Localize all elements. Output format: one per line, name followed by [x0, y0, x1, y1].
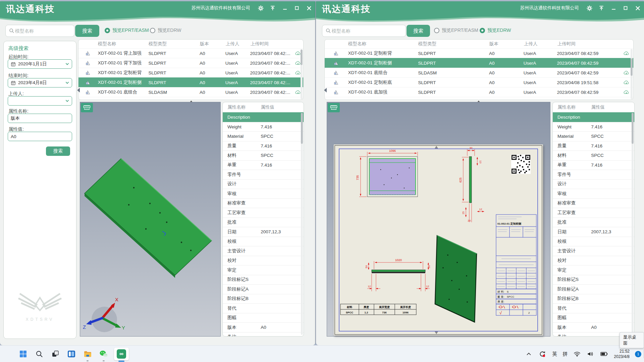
table-scrollbar[interactable] — [631, 49, 633, 99]
property-row[interactable]: Weight 7.416 — [223, 122, 304, 132]
measure-ruler-button[interactable] — [328, 103, 340, 112]
property-row[interactable]: 零件号 — [553, 170, 634, 179]
property-row[interactable]: 材料 SPCC — [553, 150, 634, 160]
ime-english-indicator[interactable]: 英 — [552, 351, 557, 357]
pin-top-icon[interactable] — [598, 5, 604, 11]
table-row[interactable]: XDT-002-01 定制柜侧 SLDPRT A0 UserA 2023/04/… — [78, 77, 303, 87]
file-explorer-icon[interactable] — [82, 348, 93, 360]
property-row[interactable]: 阶段标记A — [553, 284, 634, 294]
property-row[interactable]: 阶段标记S — [553, 275, 634, 285]
property-row[interactable]: 替代 — [553, 303, 634, 313]
property-row[interactable]: Description — [553, 112, 634, 122]
property-row[interactable]: 标准审查 — [223, 198, 304, 208]
property-row[interactable]: 图幅 — [223, 313, 304, 323]
measure-ruler-button[interactable] — [81, 103, 93, 112]
search-button[interactable]: 搜索 — [75, 25, 99, 37]
table-row[interactable]: XDT-002-01 底加强 SLDPRT A0 UserA 2023/04/0… — [325, 87, 633, 97]
settings-gear-icon[interactable] — [258, 5, 264, 11]
battery-icon[interactable] — [600, 348, 608, 360]
property-row[interactable]: 主管设计 — [553, 246, 634, 256]
property-row[interactable]: 标准审查 — [553, 198, 634, 208]
property-row[interactable]: 审核 — [553, 189, 634, 198]
table-row[interactable]: XDT-002-01 底组合 SLDASM A0 UserA 2023/04/0… — [78, 87, 303, 97]
collapse-panel-handle[interactable] — [77, 88, 80, 93]
property-row[interactable]: Material SPCC — [553, 131, 634, 141]
search-input[interactable] — [331, 28, 402, 34]
volume-icon[interactable] — [586, 348, 594, 360]
minimize-button[interactable] — [610, 5, 616, 11]
property-row[interactable]: 单重 7.416 — [553, 160, 634, 170]
radio-preview-edrw[interactable]: 预览EDRW — [480, 27, 511, 34]
attr-name-input[interactable]: 版本 — [8, 114, 72, 123]
property-row[interactable]: 工艺审查 — [223, 208, 304, 218]
radio-preview-edrw[interactable]: 预览EDRW — [150, 27, 181, 34]
property-row[interactable]: 校对 — [223, 256, 304, 265]
property-row[interactable]: 设计 — [223, 179, 304, 189]
property-row[interactable]: Weight 7.416 — [553, 122, 634, 132]
property-row[interactable]: 替代 — [223, 303, 304, 313]
property-row[interactable]: 审核 — [223, 189, 304, 198]
table-row[interactable]: XDT-002-01 定制柜侧 SLDPRT A0 UserA 2023/04/… — [325, 58, 633, 68]
property-row[interactable]: 校对 — [553, 256, 634, 265]
table-scrollbar[interactable] — [301, 49, 303, 99]
property-row[interactable]: 版本 A0 — [553, 322, 634, 332]
download-cloud-icon[interactable] — [619, 100, 633, 100]
ime-pinyin-indicator[interactable]: 拼 — [562, 351, 568, 357]
property-row[interactable]: 校核 — [223, 237, 304, 246]
taskbar-search-icon[interactable] — [34, 348, 45, 360]
pin-top-icon[interactable] — [270, 5, 276, 11]
tray-chevron-up-icon[interactable] — [525, 348, 533, 360]
property-row[interactable]: Material SPCC — [223, 131, 304, 141]
advanced-search-button[interactable]: 搜索 — [46, 146, 70, 156]
notification-badge[interactable]: 1 — [635, 351, 641, 357]
properties-scrollbar[interactable] — [301, 113, 303, 335]
start-date-picker[interactable]: 2020年1月1日 — [8, 59, 72, 69]
property-row[interactable]: 日期 2007,12,3 — [223, 227, 304, 237]
download-cloud-icon[interactable] — [292, 100, 303, 100]
property-row[interactable]: 图幅 — [553, 313, 634, 323]
search-input[interactable] — [14, 28, 71, 34]
property-row[interactable]: 审定 — [553, 265, 634, 275]
radio-preview-eprt[interactable]: 预览EPRT/EASM — [105, 27, 149, 34]
property-row[interactable]: 日期 2007,12,3 — [553, 227, 634, 237]
property-row[interactable]: 材料 SPCC — [223, 150, 304, 160]
property-row[interactable]: 设计 — [553, 179, 634, 189]
search-button[interactable]: 搜索 — [407, 25, 430, 37]
property-row[interactable]: 批准 — [223, 218, 304, 227]
xdt-app-icon[interactable]: ∞ — [114, 348, 129, 360]
model-3d-viewport[interactable]: X Y Z — [80, 102, 221, 337]
property-row[interactable]: 阶段标记A — [223, 284, 304, 294]
property-row[interactable]: 主管设计 — [223, 246, 304, 256]
table-row[interactable]: XDT-002-01 定制柜背 SLDPRT A0 UserA 2023/04/… — [325, 48, 633, 58]
property-row[interactable]: 校核 — [553, 237, 634, 246]
table-row[interactable]: XDT-002-01 定制柜底 SLDPRT A0 UserA 2023/04/… — [78, 97, 303, 100]
media-app-icon[interactable] — [66, 348, 77, 360]
property-row[interactable]: 单重 7.416 — [223, 160, 304, 170]
property-row[interactable]: Description — [223, 112, 304, 122]
task-view-icon[interactable] — [50, 348, 61, 360]
attr-value-input[interactable]: A0 — [8, 132, 72, 141]
end-date-picker[interactable]: 2023年4月8日 — [8, 78, 72, 87]
table-row[interactable]: XDT-002-01 背上加强 SLDPRT A0 UserA 2023/04/… — [78, 48, 303, 58]
table-row[interactable]: XDT-002-01 定制柜底 SLDPRT A0 UserA 2023/04/… — [325, 77, 633, 87]
property-row[interactable]: 版本 A0 — [223, 322, 304, 332]
wifi-icon[interactable] — [573, 348, 581, 360]
minimize-button[interactable] — [282, 5, 288, 11]
close-button[interactable] — [635, 5, 641, 11]
sync-status-icon[interactable] — [538, 348, 547, 360]
property-row[interactable]: 质量 7.416 — [223, 141, 304, 151]
close-button[interactable] — [306, 5, 312, 11]
property-row[interactable]: 零件号 — [223, 170, 304, 179]
property-row[interactable]: 阶段标记S — [223, 275, 304, 285]
table-row[interactable]: XDT-002-01 底组合 SLDASM A0 UserA 2023/04/0… — [325, 68, 633, 77]
radio-preview-eprt[interactable]: 预览EPRT/EASM — [434, 27, 478, 34]
wechat-icon[interactable] — [98, 348, 109, 360]
property-row[interactable]: 审定 — [223, 265, 304, 275]
table-row[interactable]: XDT-002-01 背下加强 SLDPRT A0 UserA 2023/04/… — [78, 58, 303, 68]
property-row[interactable]: 阶段标记B — [553, 294, 634, 304]
uploader-select[interactable] — [8, 96, 72, 106]
table-row[interactable]: XDT-002-01 定制柜背 SLDPRT A0 UserA 2023/04/… — [78, 68, 303, 77]
settings-gear-icon[interactable] — [586, 5, 592, 11]
maximize-button[interactable] — [623, 5, 629, 11]
property-row[interactable]: 备注 — [223, 332, 304, 337]
